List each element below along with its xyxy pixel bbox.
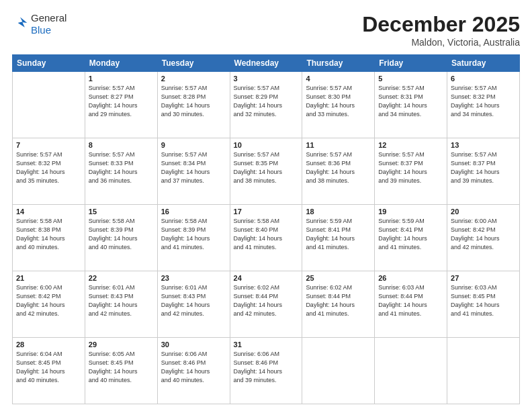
calendar-cell: 29Sunrise: 6:05 AM Sunset: 8:45 PM Dayli… xyxy=(85,338,157,404)
day-info: Sunrise: 6:03 AM Sunset: 8:45 PM Dayligh… xyxy=(451,283,516,318)
calendar-cell: 12Sunrise: 5:57 AM Sunset: 8:37 PM Dayli… xyxy=(375,138,447,205)
day-number: 10 xyxy=(234,141,299,149)
calendar-cell: 3Sunrise: 5:57 AM Sunset: 8:29 PM Daylig… xyxy=(230,72,302,138)
day-number: 25 xyxy=(306,274,371,282)
calendar-cell: 24Sunrise: 6:02 AM Sunset: 8:44 PM Dayli… xyxy=(230,271,302,338)
week-row-3: 21Sunrise: 6:00 AM Sunset: 8:42 PM Dayli… xyxy=(13,271,520,338)
calendar-cell: 28Sunrise: 6:04 AM Sunset: 8:45 PM Dayli… xyxy=(13,338,85,404)
day-number: 4 xyxy=(306,75,371,83)
day-info: Sunrise: 5:58 AM Sunset: 8:38 PM Dayligh… xyxy=(16,217,81,252)
day-info: Sunrise: 6:05 AM Sunset: 8:45 PM Dayligh… xyxy=(89,350,154,385)
day-number: 28 xyxy=(16,340,81,349)
day-info: Sunrise: 5:59 AM Sunset: 8:41 PM Dayligh… xyxy=(306,217,371,252)
column-header-monday: Monday xyxy=(85,55,157,72)
calendar-cell: 8Sunrise: 5:57 AM Sunset: 8:33 PM Daylig… xyxy=(85,138,157,205)
day-info: Sunrise: 6:02 AM Sunset: 8:44 PM Dayligh… xyxy=(306,283,371,318)
day-number: 22 xyxy=(89,274,154,282)
calendar-cell: 18Sunrise: 5:59 AM Sunset: 8:41 PM Dayli… xyxy=(302,205,375,271)
page: General Blue December 2025 Maldon, Victo… xyxy=(0,0,532,411)
calendar-cell: 20Sunrise: 6:00 AM Sunset: 8:42 PM Dayli… xyxy=(447,205,520,271)
day-info: Sunrise: 6:03 AM Sunset: 8:44 PM Dayligh… xyxy=(378,283,443,318)
day-number: 21 xyxy=(16,274,81,282)
day-info: Sunrise: 6:00 AM Sunset: 8:42 PM Dayligh… xyxy=(451,217,516,252)
calendar-cell: 16Sunrise: 5:58 AM Sunset: 8:39 PM Dayli… xyxy=(157,205,230,271)
calendar-cell: 6Sunrise: 5:57 AM Sunset: 8:32 PM Daylig… xyxy=(447,72,520,138)
logo: General Blue xyxy=(12,12,66,36)
day-number: 6 xyxy=(451,75,516,83)
column-header-thursday: Thursday xyxy=(302,55,375,72)
logo-general: General xyxy=(31,12,66,24)
day-info: Sunrise: 5:58 AM Sunset: 8:39 PM Dayligh… xyxy=(89,217,154,252)
day-number: 2 xyxy=(161,75,226,83)
header-row: SundayMondayTuesdayWednesdayThursdayFrid… xyxy=(13,55,520,72)
day-info: Sunrise: 5:57 AM Sunset: 8:27 PM Dayligh… xyxy=(89,84,154,119)
calendar-cell: 19Sunrise: 5:59 AM Sunset: 8:41 PM Dayli… xyxy=(375,205,447,271)
calendar-cell: 7Sunrise: 5:57 AM Sunset: 8:32 PM Daylig… xyxy=(13,138,85,205)
day-info: Sunrise: 5:57 AM Sunset: 8:35 PM Dayligh… xyxy=(234,150,299,185)
day-number: 31 xyxy=(234,340,299,349)
day-number: 13 xyxy=(451,141,516,149)
day-number: 24 xyxy=(234,274,299,282)
calendar-table: SundayMondayTuesdayWednesdayThursdayFrid… xyxy=(12,54,520,404)
day-number: 16 xyxy=(161,208,226,216)
calendar-cell: 4Sunrise: 5:57 AM Sunset: 8:30 PM Daylig… xyxy=(302,72,375,138)
calendar-cell: 31Sunrise: 6:06 AM Sunset: 8:46 PM Dayli… xyxy=(230,338,302,404)
month-title: December 2025 xyxy=(362,12,520,37)
day-number: 20 xyxy=(451,208,516,216)
day-info: Sunrise: 5:57 AM Sunset: 8:30 PM Dayligh… xyxy=(306,84,371,119)
logo-text: General Blue xyxy=(31,12,66,36)
calendar-cell: 22Sunrise: 6:01 AM Sunset: 8:43 PM Dayli… xyxy=(85,271,157,338)
day-number: 1 xyxy=(89,75,154,83)
calendar-cell: 25Sunrise: 6:02 AM Sunset: 8:44 PM Dayli… xyxy=(302,271,375,338)
day-info: Sunrise: 5:57 AM Sunset: 8:32 PM Dayligh… xyxy=(16,150,81,185)
calendar-cell: 1Sunrise: 5:57 AM Sunset: 8:27 PM Daylig… xyxy=(85,72,157,138)
day-info: Sunrise: 6:00 AM Sunset: 8:42 PM Dayligh… xyxy=(16,283,81,318)
day-info: Sunrise: 6:06 AM Sunset: 8:46 PM Dayligh… xyxy=(234,350,299,385)
day-number: 23 xyxy=(161,274,226,282)
calendar-cell: 30Sunrise: 6:06 AM Sunset: 8:46 PM Dayli… xyxy=(157,338,230,404)
svg-marker-0 xyxy=(18,17,28,27)
logo-blue: Blue xyxy=(31,24,66,36)
day-number: 11 xyxy=(306,141,371,149)
calendar-cell xyxy=(13,72,85,138)
day-info: Sunrise: 5:57 AM Sunset: 8:34 PM Dayligh… xyxy=(161,150,226,185)
week-row-4: 28Sunrise: 6:04 AM Sunset: 8:45 PM Dayli… xyxy=(13,338,520,404)
calendar-cell: 21Sunrise: 6:00 AM Sunset: 8:42 PM Dayli… xyxy=(13,271,85,338)
day-number: 9 xyxy=(161,141,226,149)
column-header-sunday: Sunday xyxy=(13,55,85,72)
day-info: Sunrise: 6:04 AM Sunset: 8:45 PM Dayligh… xyxy=(16,350,81,385)
day-number: 29 xyxy=(89,340,154,349)
column-header-friday: Friday xyxy=(375,55,447,72)
title-block: December 2025 Maldon, Victoria, Australi… xyxy=(362,12,520,48)
day-number: 14 xyxy=(16,208,81,216)
week-row-2: 14Sunrise: 5:58 AM Sunset: 8:38 PM Dayli… xyxy=(13,205,520,271)
day-info: Sunrise: 6:06 AM Sunset: 8:46 PM Dayligh… xyxy=(161,350,226,385)
day-number: 7 xyxy=(16,141,81,149)
week-row-0: 1Sunrise: 5:57 AM Sunset: 8:27 PM Daylig… xyxy=(13,72,520,138)
column-header-wednesday: Wednesday xyxy=(230,55,302,72)
calendar-cell: 23Sunrise: 6:01 AM Sunset: 8:43 PM Dayli… xyxy=(157,271,230,338)
calendar-cell: 9Sunrise: 5:57 AM Sunset: 8:34 PM Daylig… xyxy=(157,138,230,205)
day-number: 17 xyxy=(234,208,299,216)
calendar-cell: 15Sunrise: 5:58 AM Sunset: 8:39 PM Dayli… xyxy=(85,205,157,271)
day-info: Sunrise: 5:58 AM Sunset: 8:39 PM Dayligh… xyxy=(161,217,226,252)
day-info: Sunrise: 6:01 AM Sunset: 8:43 PM Dayligh… xyxy=(89,283,154,318)
day-info: Sunrise: 5:57 AM Sunset: 8:33 PM Dayligh… xyxy=(89,150,154,185)
calendar-cell: 2Sunrise: 5:57 AM Sunset: 8:28 PM Daylig… xyxy=(157,72,230,138)
week-row-1: 7Sunrise: 5:57 AM Sunset: 8:32 PM Daylig… xyxy=(13,138,520,205)
location: Maldon, Victoria, Australia xyxy=(362,37,520,48)
calendar-cell: 14Sunrise: 5:58 AM Sunset: 8:38 PM Dayli… xyxy=(13,205,85,271)
day-info: Sunrise: 5:57 AM Sunset: 8:37 PM Dayligh… xyxy=(378,150,443,185)
day-info: Sunrise: 5:59 AM Sunset: 8:41 PM Dayligh… xyxy=(378,217,443,252)
calendar-cell xyxy=(302,338,375,404)
column-header-saturday: Saturday xyxy=(447,55,520,72)
day-info: Sunrise: 5:57 AM Sunset: 8:28 PM Dayligh… xyxy=(161,84,226,119)
day-number: 5 xyxy=(378,75,443,83)
calendar-cell: 17Sunrise: 5:58 AM Sunset: 8:40 PM Dayli… xyxy=(230,205,302,271)
calendar-cell xyxy=(375,338,447,404)
column-header-tuesday: Tuesday xyxy=(157,55,230,72)
day-info: Sunrise: 6:02 AM Sunset: 8:44 PM Dayligh… xyxy=(234,283,299,318)
day-number: 15 xyxy=(89,208,154,216)
day-info: Sunrise: 6:01 AM Sunset: 8:43 PM Dayligh… xyxy=(161,283,226,318)
day-number: 27 xyxy=(451,274,516,282)
